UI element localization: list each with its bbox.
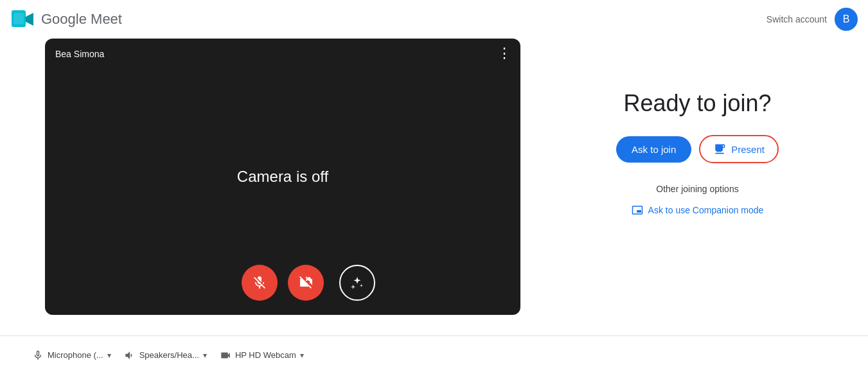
webcam-label: HP HD Webcam xyxy=(235,350,296,360)
effects-icon xyxy=(350,276,364,290)
microphone-toolbar-icon xyxy=(32,350,44,361)
speakers-toolbar-icon xyxy=(124,350,136,361)
present-button[interactable]: Present xyxy=(699,135,779,163)
video-preview: Bea Simona ⋮ Camera is off xyxy=(45,39,520,315)
webcam-toolbar-icon xyxy=(220,350,231,361)
microphone-toolbar-item[interactable]: Microphone (... ▾ xyxy=(32,350,111,361)
bottom-toolbar: Microphone (... ▾ Speakers/Hea... ▾ HP H… xyxy=(0,335,868,374)
mute-camera-button[interactable] xyxy=(288,265,324,301)
speakers-label: Speakers/Hea... xyxy=(139,350,199,360)
companion-mode-label: Ask to use Companion mode xyxy=(648,205,764,215)
right-panel: Ready to join? Ask to join Present Other… xyxy=(572,39,823,216)
video-controls xyxy=(242,265,324,301)
header-right: Switch account B xyxy=(766,8,858,31)
svg-rect-1 xyxy=(13,13,24,24)
mute-mic-button[interactable] xyxy=(242,265,278,301)
ask-to-join-button[interactable]: Ask to join xyxy=(616,136,691,163)
companion-mode-link[interactable]: Ask to use Companion mode xyxy=(632,204,764,216)
microphone-label: Microphone (... xyxy=(48,350,103,360)
companion-icon xyxy=(632,204,643,216)
present-icon xyxy=(713,143,726,156)
webcam-toolbar-item[interactable]: HP HD Webcam ▾ xyxy=(220,350,304,361)
more-options-icon[interactable]: ⋮ xyxy=(497,46,511,60)
join-buttons: Ask to join Present xyxy=(616,135,779,163)
google-meet-logo-svg xyxy=(10,6,36,32)
camera-off-label: Camera is off xyxy=(237,168,328,186)
main-content: Bea Simona ⋮ Camera is off xyxy=(0,39,868,315)
app-title: Google Meet xyxy=(41,11,122,28)
video-user-name: Bea Simona xyxy=(55,49,104,59)
header: Google Meet Switch account B xyxy=(0,0,868,39)
mic-off-icon xyxy=(252,275,267,290)
present-label: Present xyxy=(731,144,765,155)
camera-off-icon xyxy=(298,275,314,290)
switch-account-link[interactable]: Switch account xyxy=(766,14,827,24)
effects-button[interactable] xyxy=(339,265,375,301)
header-left: Google Meet xyxy=(10,6,122,32)
avatar[interactable]: B xyxy=(835,8,858,31)
other-options-label: Other joining options xyxy=(656,184,738,194)
speakers-toolbar-item[interactable]: Speakers/Hea... ▾ xyxy=(124,350,207,361)
speakers-chevron-icon[interactable]: ▾ xyxy=(203,351,207,360)
webcam-chevron-icon[interactable]: ▾ xyxy=(300,351,304,360)
microphone-chevron-icon[interactable]: ▾ xyxy=(107,351,111,360)
ready-title: Ready to join? xyxy=(623,90,771,117)
